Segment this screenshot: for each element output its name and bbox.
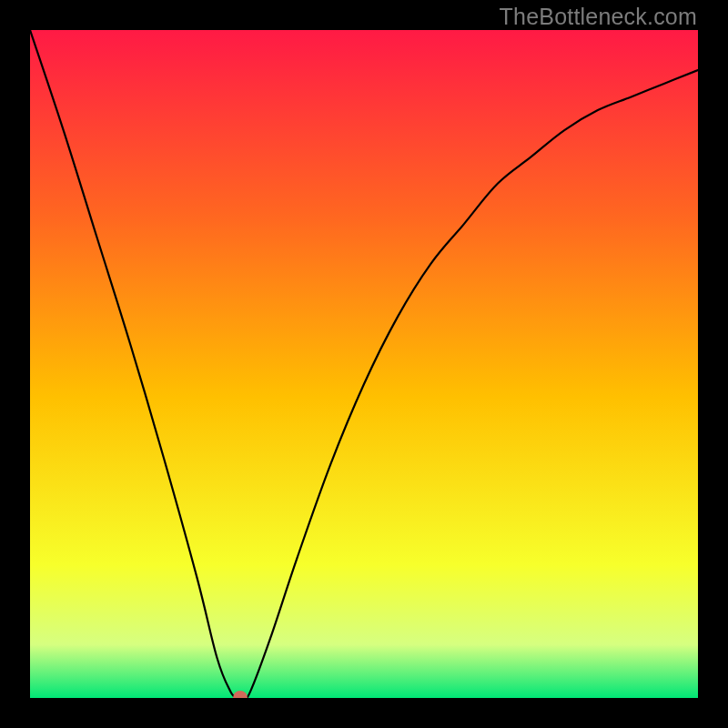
watermark-text: TheBottleneck.com: [500, 4, 697, 30]
chart-frame: TheBottleneck.com: [0, 0, 728, 728]
bottleneck-curve: [30, 30, 698, 698]
plot-area: [30, 30, 698, 698]
